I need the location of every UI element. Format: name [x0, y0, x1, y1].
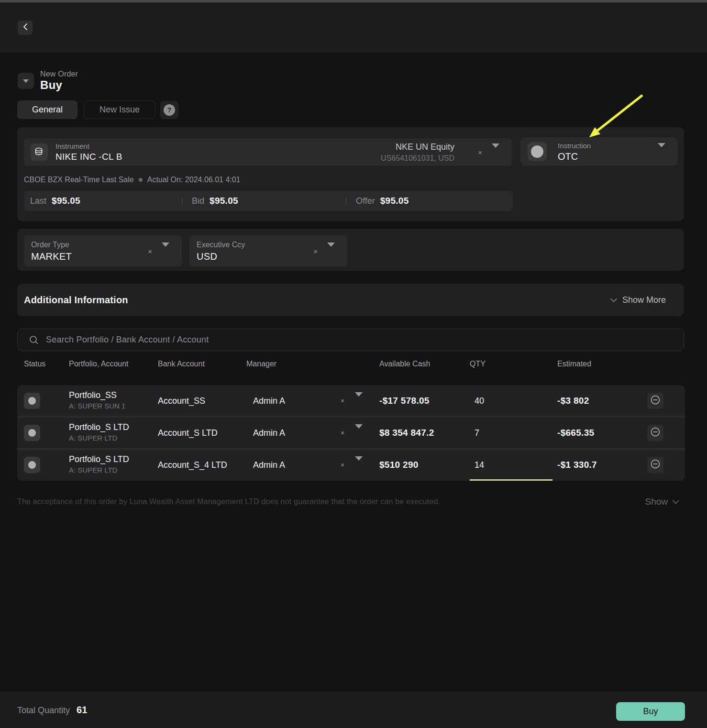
offer-value: $95.05: [380, 196, 409, 206]
chevron-down-icon[interactable]: [327, 247, 335, 255]
table-row: Portfolio_SS A: SUPER SUN 1 Account_SS A…: [17, 385, 685, 417]
chevron-down-icon[interactable]: [355, 461, 363, 469]
show-label: Show: [645, 496, 668, 507]
allocation-table-header: Status Portfolio, Account Bank Account M…: [0, 360, 707, 371]
available-cash-cell: $8 354 847.2: [379, 428, 434, 438]
status-toggle[interactable]: [24, 425, 40, 441]
order-side-title: Buy: [40, 78, 62, 92]
remove-row-button[interactable]: [647, 393, 663, 409]
back-button[interactable]: [18, 21, 33, 35]
qty-input[interactable]: 14: [475, 460, 484, 470]
order-params-panel: Order Type MARKET × Executive Ccy USD ×: [17, 229, 684, 271]
status-circle-icon: [28, 429, 36, 437]
status-toggle[interactable]: [24, 457, 40, 473]
instrument-value: NIKE INC -CL B: [55, 152, 122, 162]
search-placeholder: Search Portfolio / Bank Account / Accoun…: [46, 335, 209, 345]
last-label: Last: [30, 196, 46, 206]
last-quote: Last $95.05: [24, 196, 182, 206]
chevron-down-icon[interactable]: [492, 148, 499, 156]
table-row: Portfolio_S LTD A: SUPER LTD Account_S L…: [17, 417, 685, 449]
qty-focus-underline: [470, 479, 552, 481]
manager-select[interactable]: Admin A: [253, 460, 285, 470]
question-mark-icon: ?: [164, 104, 175, 116]
chevron-down-icon[interactable]: [162, 247, 169, 255]
portfolio-name: Portfolio_SS: [69, 390, 117, 400]
manager-select[interactable]: Admin A: [253, 428, 285, 438]
instruction-select[interactable]: Instruction OTC: [520, 137, 678, 166]
available-cash-cell: -$17 578.05: [379, 396, 430, 406]
instrument-field[interactable]: Instrument NIKE INC -CL B NKE UN Equity …: [24, 138, 512, 166]
clear-order-type-icon[interactable]: ×: [148, 247, 152, 255]
executive-ccy-value: USD: [197, 251, 217, 262]
manager-select[interactable]: Admin A: [253, 396, 285, 406]
remove-row-button[interactable]: [647, 425, 663, 441]
column-estimated: Estimated: [557, 360, 591, 368]
estimated-cell: -$665.35: [557, 428, 594, 438]
chevron-down-icon[interactable]: [355, 429, 363, 437]
qty-input[interactable]: 40: [475, 396, 484, 406]
instrument-ticker: NKE UN Equity: [381, 142, 454, 152]
executive-ccy-select[interactable]: Executive Ccy USD ×: [189, 235, 347, 266]
instruction-value: OTC: [558, 151, 578, 162]
available-cash-cell: $510 290: [379, 460, 419, 470]
minus-circle-icon: [650, 427, 661, 439]
remove-row-button[interactable]: [647, 457, 663, 473]
clear-manager-icon[interactable]: ×: [341, 429, 344, 437]
market-source: CBOE BZX Real-Time Last Sale: [24, 176, 134, 184]
offer-label: Offer: [356, 196, 375, 206]
estimated-cell: -$1 330.7: [557, 460, 597, 470]
clear-ccy-icon[interactable]: ×: [313, 247, 318, 255]
column-bank-account: Bank Account: [158, 360, 205, 368]
market-actual-time: Actual On: 2024.06.01 4:01: [147, 176, 241, 184]
total-quantity: Total Quantity 61: [17, 705, 87, 716]
additional-information-panel: Additional Information Show More: [17, 284, 684, 316]
order-type-label: Order Type: [31, 241, 69, 249]
portfolio-account-sub: A: SUPER SUN 1: [69, 402, 125, 410]
status-toggle[interactable]: [24, 393, 40, 409]
total-quantity-label: Total Quantity: [17, 706, 70, 716]
coins-icon: [31, 143, 48, 161]
column-available-cash: Available Cash: [379, 360, 430, 368]
chevron-down-icon: [672, 497, 679, 506]
portfolio-name: Portfolio_S LTD: [69, 422, 129, 432]
offer-quote: Offer $95.05: [346, 196, 409, 206]
tab-general[interactable]: General: [17, 100, 77, 119]
column-status: Status: [24, 360, 45, 368]
quote-bar: Last $95.05 Bid $95.05 Offer $95.05: [24, 191, 513, 211]
bid-label: Bid: [192, 196, 204, 206]
table-row: Portfolio_S LTD A: SUPER LTD Account_S_4…: [17, 449, 685, 481]
instruction-avatar-icon: [528, 142, 547, 161]
clear-instrument-icon[interactable]: ×: [478, 148, 482, 156]
status-circle-icon: [28, 397, 36, 405]
order-type-value: MARKET: [31, 251, 72, 262]
header-band: [0, 2, 707, 53]
qty-input[interactable]: 7: [475, 428, 479, 438]
minus-circle-icon: [650, 459, 661, 471]
chevron-down-icon[interactable]: [355, 397, 363, 405]
order-side-dropdown-button[interactable]: [18, 73, 34, 89]
portfolio-account-sub: A: SUPER LTD: [69, 466, 117, 474]
clear-manager-icon[interactable]: ×: [341, 397, 344, 405]
footer-bar: Total Quantity 61 Buy: [0, 691, 707, 728]
minus-circle-icon: [650, 395, 661, 407]
order-type-select[interactable]: Order Type MARKET ×: [24, 235, 182, 266]
search-input[interactable]: Search Portfolio / Bank Account / Accoun…: [17, 329, 684, 351]
chevron-down-icon: [610, 296, 618, 304]
additional-information-title: Additional Information: [24, 295, 128, 306]
buy-button[interactable]: Buy: [616, 702, 685, 721]
total-quantity-value: 61: [77, 705, 87, 716]
tab-new-issue[interactable]: New Issue: [84, 100, 155, 119]
show-more-toggle[interactable]: Show More: [610, 295, 666, 305]
instrument-identifiers: NKE UN Equity US6541061031, USD: [381, 142, 454, 163]
help-button[interactable]: ?: [160, 101, 178, 119]
last-value: $95.05: [52, 196, 80, 206]
disclaimer-text: The acceptance of this order by Luna Wea…: [17, 497, 440, 506]
instrument-isin: US6541061031, USD: [381, 154, 454, 163]
search-icon: [29, 335, 39, 345]
estimated-cell: -$3 802: [557, 396, 589, 406]
chevron-down-icon[interactable]: [658, 147, 665, 156]
clear-manager-icon[interactable]: ×: [341, 461, 344, 469]
order-entry-screen: New Order Buy General New Issue ? Instru…: [0, 0, 707, 728]
instrument-panel: Instrument NIKE INC -CL B NKE UN Equity …: [17, 127, 684, 221]
show-details-toggle[interactable]: Show: [645, 496, 679, 507]
